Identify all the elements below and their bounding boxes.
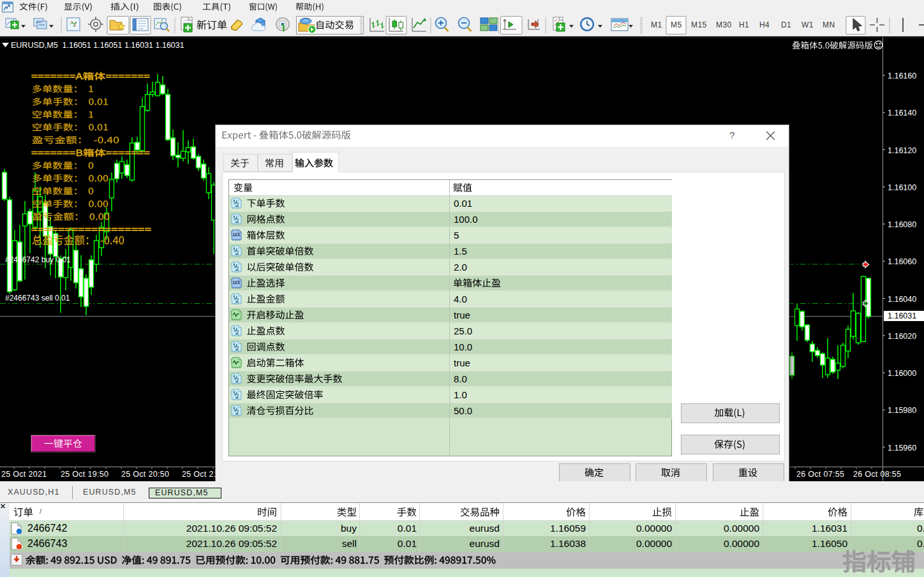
svg-text:123: 123 xyxy=(232,280,240,285)
svg-text:123: 123 xyxy=(232,232,240,237)
